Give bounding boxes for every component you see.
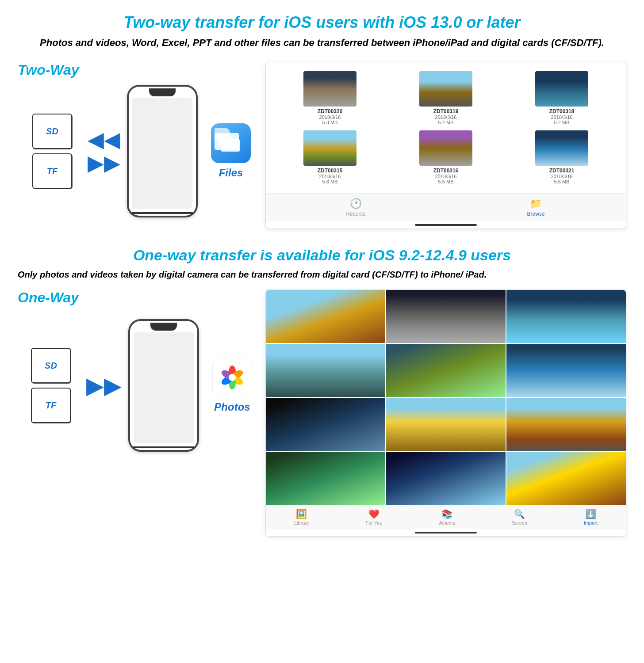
photo-cell-2 [386,290,506,343]
tab-import[interactable]: ⬇️ Import [579,509,602,526]
one-way-subtitle: Only photos and videos taken by digital … [18,268,626,281]
file-name-1: ZDT00320 [318,108,343,114]
thumb-img-4 [303,130,356,166]
photo-cell-8 [386,398,506,451]
file-size-6: 5.6 MB [554,179,570,184]
arrow-right-single-icon: ▶▶ [86,374,122,397]
photo-cell-5 [386,344,506,397]
file-thumb-3 [535,71,588,107]
file-item-4: ZDT00315 2018/3/16 5.8 MB [272,128,387,187]
file-size-1: 5.3 MB [322,120,338,125]
one-way-label: One-Way [18,290,265,306]
photo-cell-9 [506,398,626,451]
arrow-left-icon: ◀◀ [88,129,120,150]
albums-label: Albums [439,520,455,526]
file-name-6: ZDT00321 [549,168,575,174]
tf-label-ow: TF [46,400,56,411]
photo-cell-3 [506,290,626,343]
tf-card-ow: TF [31,388,71,423]
thumb-img-6 [535,130,588,166]
photos-app-container: Photos [212,358,252,413]
for-you-icon: ❤️ [368,509,380,519]
photo-grid-container: 🖼️ Library ❤️ For You 📚 Albums 🔍 Search … [265,290,626,537]
photos-app-label: Photos [214,401,250,413]
svg-rect-1 [218,134,226,138]
single-arrow-container: ▶▶ [86,374,122,397]
svg-rect-2 [221,139,240,152]
cards-stack-tw: SD TF [32,114,72,189]
albums-icon: 📚 [441,509,452,519]
photo-cell-6 [506,344,626,397]
sd-card-ow: SD [31,348,71,383]
file-date-4: 2018/3/16 [319,174,341,179]
main-container: Two-way transfer for iOS users with iOS … [0,0,644,550]
two-way-subtitle: Photos and videos, Word, Excel, PPT and … [18,37,626,49]
photo-grid [266,290,626,505]
files-app-label: Files [219,167,243,179]
file-size-4: 5.8 MB [322,179,338,184]
file-item-2: ZDT00319 2018/3/16 5.2 MB [388,69,503,127]
for-you-label: For You [366,520,383,526]
tab-for-you[interactable]: ❤️ For You [361,509,387,526]
file-name-3: ZDT00318 [549,108,575,114]
file-thumb-1 [303,71,356,107]
file-grid: ZDT00320 2018/3/16 5.3 MB ZDT00319 2018/… [266,62,626,193]
file-item-5: ZDT00316 2018/3/16 5.5 MB [388,128,503,187]
file-date-5: 2018/3/16 [435,174,457,179]
file-name-5: ZDT00316 [433,168,459,174]
cards-stack-ow: SD TF [31,348,71,423]
files-app-container: Files [211,123,251,179]
arrow-right-icon: ◀◀ [88,152,120,174]
iphone-notch-tw [149,88,176,96]
files-icon [211,123,251,163]
iphone-mockup-ow [128,319,199,452]
tab-search[interactable]: 🔍 Search [507,509,532,526]
tab-recents[interactable]: 🕐 Recents [266,198,446,217]
thumb-img-5 [419,130,472,166]
tf-card-tw: TF [32,153,72,189]
svg-rect-0 [218,137,232,146]
recents-icon: 🕐 [350,198,362,210]
browse-icon: 📁 [530,198,542,210]
tab-library[interactable]: 🖼️ Library [290,509,314,526]
file-browser-tabs: 🕐 Recents 📁 Browse [266,193,626,221]
browser-bottom-bar [415,224,477,226]
recents-label: Recents [346,211,365,217]
file-date-2: 2018/3/16 [435,114,457,120]
file-date-1: 2018/3/16 [319,114,341,120]
import-label: Import [584,520,598,526]
sd-label-ow: SD [45,361,57,371]
photos-bottom-bar [415,532,477,533]
library-label: Library [294,520,309,526]
photos-icon [212,358,252,397]
file-name-4: ZDT00315 [318,168,343,174]
iphone-screen-ow [134,332,194,443]
browse-label: Browse [527,211,544,217]
tab-browse[interactable]: 📁 Browse [446,198,626,217]
file-item-6: ZDT00321 2018/3/16 5.6 MB [504,128,619,187]
thumb-img-2 [419,71,472,107]
photo-cell-12 [506,452,626,505]
file-size-3: 5.2 MB [554,120,570,125]
iphone-mockup-tw [127,85,198,217]
sd-card-tw: SD [32,114,72,149]
iphone-bottom-bar-tw [131,212,193,214]
photo-cell-7 [266,398,385,451]
thumb-img-3 [535,71,588,107]
import-icon: ⬇️ [585,509,596,519]
file-size-2: 5.2 MB [438,120,454,125]
file-thumb-6 [535,130,588,166]
photo-cell-11 [386,452,506,505]
file-thumb-4 [303,130,356,166]
svg-point-9 [229,374,236,381]
search-icon: 🔍 [514,509,525,519]
two-way-left: Two-Way SD TF ◀◀ ◀◀ [18,62,265,215]
one-way-left: One-Way SD TF ▶▶ [18,290,265,456]
iphone-screen-tw [132,98,193,209]
one-way-title: One-way transfer is available for iOS 9.… [18,247,626,264]
sd-label-tw: SD [46,126,58,137]
file-size-5: 5.5 MB [438,179,454,184]
two-way-diagram-inner: SD TF ◀◀ ◀◀ [18,87,265,215]
files-svg [218,131,244,156]
tab-albums[interactable]: 📚 Albums [434,509,460,526]
